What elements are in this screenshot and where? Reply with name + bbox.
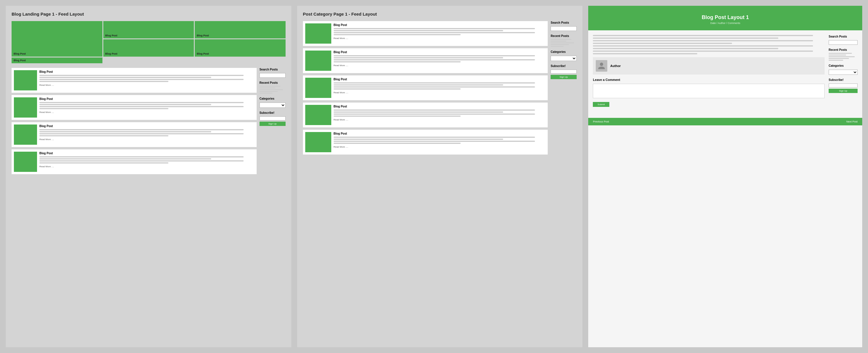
subscribe-input[interactable] — [259, 116, 286, 120]
content-line — [39, 158, 211, 160]
content-line — [39, 79, 244, 80]
panel1-sidebar: Search Posts Recent Posts Categories Sub… — [259, 68, 286, 174]
sidebar-search-title: Search Posts — [259, 68, 286, 71]
list-item: Blog Post Read More .... — [303, 103, 548, 128]
content-line — [39, 81, 168, 82]
article-content — [593, 35, 825, 54]
post-thumbnail — [14, 152, 37, 172]
categories-select[interactable] — [829, 70, 858, 75]
hero-cell-2: Blog Post — [195, 21, 286, 38]
panel-blog-landing: Blog Landing Page 1 - Feed Layout Blog P… — [6, 6, 291, 347]
search-input[interactable] — [829, 40, 858, 45]
sign-up-button[interactable]: Sign Up — [259, 121, 286, 126]
recent-line — [829, 55, 846, 56]
content-line — [334, 89, 461, 90]
sidebar-search-section: Search Posts — [829, 35, 858, 45]
sidebar-subscribe-section: Subscribe! Sign Up — [551, 64, 577, 79]
content-line — [593, 53, 697, 54]
content-line — [39, 156, 244, 157]
content-line — [593, 35, 813, 36]
content-line — [334, 84, 503, 85]
blog-post-footer: Previous Post Next Post — [588, 118, 862, 126]
read-more-link[interactable]: Read More .... — [334, 91, 546, 94]
content-line — [334, 139, 503, 140]
blog-post-header: Blog Post Layout 1 Date / Author / Comme… — [588, 6, 862, 30]
sidebar-recent-section: Recent Posts — [829, 48, 858, 61]
list-item: Blog Post Read More .... — [11, 149, 257, 174]
read-more-link[interactable]: Read More .... — [334, 64, 546, 67]
read-more-link[interactable]: Read More .... — [334, 146, 546, 148]
hero-cell-1: Blog Post — [103, 21, 194, 38]
panel1-content-area: Blog Post Read More .... Blog Post — [11, 68, 286, 174]
post-content: Blog Post Read More .... — [39, 152, 254, 172]
blog-post-meta: Date / Author / Comments — [594, 22, 857, 25]
content-line — [39, 108, 168, 109]
next-post-button[interactable]: Next Post — [846, 120, 858, 123]
panel2-content-area: Blog Post Read More .... Blog Post — [303, 21, 577, 154]
content-line — [39, 160, 244, 162]
sign-up-button[interactable]: Sign Up — [829, 89, 858, 93]
read-more-link[interactable]: Read More .... — [334, 118, 546, 121]
content-line — [593, 48, 778, 49]
subscribe-input[interactable] — [551, 70, 577, 74]
comment-textarea[interactable] — [593, 84, 825, 98]
recent-line — [551, 39, 571, 40]
read-more-link[interactable]: Read More .... — [334, 37, 546, 40]
post-title: Blog Post — [334, 132, 546, 135]
content-line — [39, 162, 168, 164]
recent-line — [551, 42, 574, 43]
sidebar-subscribe-section: Subscribe! Sign Up — [829, 78, 858, 93]
read-more-link[interactable]: Read More .... — [39, 84, 254, 86]
content-line — [334, 86, 535, 87]
hero-cell-5: Blog Post — [11, 58, 102, 63]
hero-grid: Blog Post Blog Post Blog Post Blog Post … — [11, 21, 286, 63]
sidebar-categories-section: Categories — [829, 64, 858, 75]
panel3-sidebar: Search Posts Recent Posts Categories Sub… — [829, 35, 858, 110]
sidebar-categories-title: Categories — [259, 97, 286, 100]
sidebar-subscribe-title: Subscribe! — [259, 111, 286, 114]
list-item: Blog Post Read More .... — [303, 130, 548, 154]
hero-cell-4-label: Blog Post — [197, 52, 209, 55]
search-input[interactable] — [551, 26, 577, 31]
read-more-link[interactable]: Read More .... — [39, 111, 254, 113]
avatar — [596, 60, 607, 72]
sign-up-button[interactable]: Sign Up — [551, 75, 577, 79]
submit-button[interactable]: Submit — [593, 102, 609, 107]
hero-cell-2-label: Blog Post — [197, 34, 209, 37]
post-title: Blog Post — [334, 105, 546, 108]
list-item: Blog Post Read More .... — [11, 68, 257, 93]
post-content: Blog Post Read More .... — [39, 125, 254, 145]
sidebar-search-title: Search Posts — [829, 35, 858, 38]
content-line — [334, 30, 503, 31]
blog-post-title: Blog Post Layout 1 — [594, 14, 857, 21]
search-input[interactable] — [259, 73, 286, 78]
recent-line — [551, 41, 566, 42]
post-title: Blog Post — [39, 97, 254, 101]
post-title: Blog Post — [334, 50, 546, 54]
read-more-link[interactable]: Read More .... — [39, 165, 254, 168]
recent-line — [551, 46, 564, 47]
sidebar-categories-section: Categories — [259, 97, 286, 108]
list-item: Blog Post Read More .... — [303, 75, 548, 100]
recent-line — [829, 60, 843, 61]
categories-select[interactable] — [259, 103, 286, 108]
post-content: Blog Post Read More .... — [334, 105, 546, 125]
content-line — [334, 113, 535, 115]
post-title: Blog Post — [39, 125, 254, 128]
read-more-link[interactable]: Read More .... — [39, 138, 254, 141]
categories-select[interactable] — [551, 56, 577, 61]
recent-line — [259, 89, 283, 90]
content-line — [334, 111, 503, 113]
subscribe-input[interactable] — [829, 83, 858, 87]
panel1-posts-list: Blog Post Read More .... Blog Post — [11, 68, 257, 174]
prev-post-button[interactable]: Previous Post — [593, 120, 609, 123]
recent-line — [551, 44, 569, 45]
post-content: Blog Post Read More .... — [334, 50, 546, 71]
recent-line — [259, 93, 273, 94]
content-line — [39, 104, 211, 105]
recent-line — [259, 87, 275, 89]
sidebar-categories-section: Categories — [551, 50, 577, 61]
recent-line — [259, 91, 278, 92]
content-line — [334, 57, 503, 58]
content-line — [39, 129, 244, 130]
